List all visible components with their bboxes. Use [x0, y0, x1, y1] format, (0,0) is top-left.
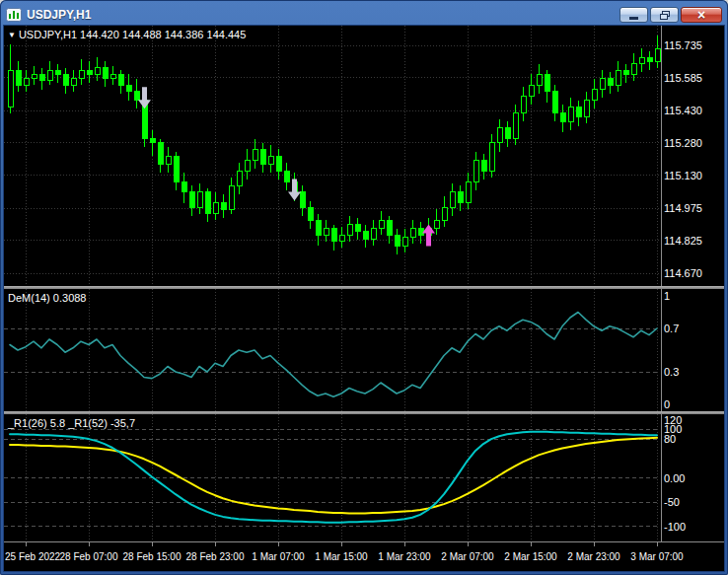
titlebar[interactable]: USDJPY,H1 × [4, 4, 724, 26]
bear-candle-body [174, 156, 179, 181]
minimize-button[interactable] [619, 7, 648, 23]
r1-indicator-panel[interactable]: _R1(26) 5.8 _R1(52) -35,7 120100800.00-5… [4, 414, 724, 541]
symbol-ohlc-label: ▼USDJPY,H1 144.420 144.488 144.386 144.4… [8, 29, 246, 40]
bear-candle-body [355, 225, 360, 232]
bear-candle-body [284, 171, 289, 181]
axis-tick-label: -100 [664, 521, 722, 533]
bull-candle-body [339, 235, 344, 242]
bull-candle-body [616, 70, 620, 85]
axis-tick-label: 115.735 [664, 39, 722, 51]
bear-candle-body [39, 74, 44, 81]
bear-candle-body [118, 74, 123, 85]
r1-indicator-line-2 [10, 432, 657, 523]
bear-candle-body [55, 70, 60, 74]
bear-candle-body [363, 231, 368, 240]
dem-indicator-line [10, 313, 657, 397]
bear-candle-body [276, 156, 281, 171]
bull-candle-body [489, 143, 494, 171]
bull-candle-body [110, 74, 115, 78]
bear-candle-body [300, 192, 305, 207]
restore-button[interactable] [650, 7, 679, 23]
axis-tick-label: 0 [664, 398, 722, 410]
bull-candle-body [229, 185, 234, 209]
r1-indicator-label: _R1(26) 5.8 _R1(52) -35,7 [8, 417, 135, 429]
axis-tick-label: 115.280 [664, 137, 722, 149]
bear-candle-body [221, 203, 226, 210]
bull-candle-body [410, 229, 415, 238]
bull-candle-body [237, 171, 242, 185]
bull-candle-body [473, 160, 478, 181]
bull-candle-body [434, 220, 439, 229]
bull-candle-body [521, 96, 526, 112]
bull-candle-body [600, 79, 605, 90]
time-axis-tick [657, 542, 658, 546]
bear-candle-body [150, 139, 155, 143]
bear-candle-body [189, 192, 194, 207]
time-axis-tick [341, 542, 342, 546]
bear-candle-body [103, 68, 108, 79]
time-axis-label: 1 Mar 15:00 [315, 551, 367, 562]
axis-tick-label: 0.7 [664, 323, 722, 334]
bear-candle-body [158, 143, 163, 165]
bear-candle-body [623, 70, 628, 74]
time-axis-tick [215, 542, 216, 546]
time-axis-tick [152, 542, 153, 546]
up-arrow-marker [422, 225, 435, 247]
bear-candle-body [608, 79, 613, 86]
dem-indicator-label: DeM(14) 0.3088 [8, 292, 87, 304]
time-axis-label: 3 Mar 07:00 [630, 551, 683, 562]
bull-candle-body [47, 70, 52, 81]
axis-tick-label: 0.00 [664, 472, 722, 484]
bull-candle-body [371, 229, 376, 240]
close-icon: × [697, 8, 705, 22]
bull-candle-body [497, 128, 502, 143]
axis-tick-label: 1 [664, 290, 722, 302]
time-axis-tick [278, 542, 279, 546]
bull-candle-body [245, 160, 250, 171]
axis-tick-label: 80 [664, 433, 722, 445]
bear-candle-body [308, 207, 313, 220]
bear-candle-body [331, 229, 336, 242]
price-chart-panel[interactable]: ▼USDJPY,H1 144.420 144.488 144.386 144.4… [4, 26, 724, 286]
window-controls: × [619, 7, 722, 23]
chart-client-area: ▼USDJPY,H1 144.420 144.488 144.386 144.4… [4, 26, 724, 571]
bull-candle-body [537, 74, 542, 85]
price-chart-panel-canvas [4, 26, 724, 286]
window-title: USDJPY,H1 [27, 8, 615, 22]
bear-candle-body [63, 74, 68, 85]
time-axis-label: 28 Feb 15:00 [123, 551, 182, 562]
time-axis-tick [404, 542, 405, 546]
bear-candle-body [16, 70, 21, 85]
dem-indicator-panel[interactable]: DeM(14) 0.3088 10.70.30 [4, 289, 724, 411]
time-axis[interactable]: 25 Feb 202228 Feb 07:0028 Feb 15:0028 Fe… [4, 541, 724, 571]
bear-candle-body [260, 149, 265, 164]
time-axis-label: 1 Mar 07:00 [252, 551, 304, 562]
axis-tick-label: 115.430 [664, 105, 722, 116]
time-axis-tick [89, 542, 90, 546]
restore-icon [660, 11, 670, 20]
time-axis-tick [468, 542, 469, 546]
label-marker-icon: ▼ [8, 31, 16, 39]
bull-candle-body [402, 238, 407, 247]
bull-candle-body [347, 225, 352, 236]
symbol-ohlc-text: USDJPY,H1 144.420 144.488 144.386 144.44… [19, 29, 246, 40]
bear-candle-body [458, 192, 463, 203]
bull-candle-body [213, 203, 218, 214]
bull-candle-body [8, 70, 13, 107]
bear-candle-body [387, 220, 392, 235]
r1-indicator-panel-canvas [4, 414, 724, 541]
bull-candle-body [513, 113, 518, 139]
axis-tick-label: 115.130 [664, 170, 722, 181]
bear-candle-body [552, 92, 557, 113]
time-axis-label: 2 Mar 15:00 [504, 551, 556, 562]
bull-candle-body [631, 64, 636, 75]
close-button[interactable]: × [681, 7, 722, 23]
bear-candle-body [560, 113, 565, 122]
chart-window-icon [6, 8, 22, 22]
bear-candle-body [481, 160, 486, 171]
time-axis-label: 2 Mar 07:00 [441, 551, 493, 562]
bull-candle-body [529, 85, 534, 96]
bear-candle-body [205, 192, 210, 214]
axis-tick-label: 0.3 [664, 366, 722, 378]
bear-candle-body [505, 128, 510, 139]
